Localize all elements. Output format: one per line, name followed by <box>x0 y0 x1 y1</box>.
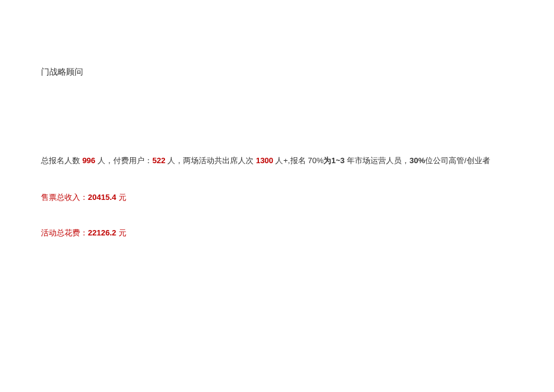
income-label: 售票总收入： <box>41 193 88 202</box>
income-line: 售票总收入：20415.4 元 <box>41 191 513 204</box>
stats-pct1-prefix: 70% <box>308 156 323 165</box>
stats-total-signup-value: 996 <box>82 156 96 165</box>
expense-label: 活动总花费： <box>41 228 88 237</box>
stats-pct2-suffix: 位公司高管/创业者 <box>425 156 490 165</box>
stats-years-value: 1~3 <box>331 156 344 165</box>
stats-attendance-value: 1300 <box>256 156 273 165</box>
stats-prefix-signup: 总报名人数 <box>41 156 82 165</box>
stats-unit-people2: 人 <box>166 156 176 165</box>
stats-paid-users-value: 522 <box>152 156 166 165</box>
document-title-fragment: 门战略顾问 <box>41 65 513 78</box>
stats-attendance-suffix: 人+,报名 <box>273 156 308 165</box>
income-value: 20415.4 <box>88 193 116 202</box>
stats-summary-line: 总报名人数 996 人，付费用户：522 人，两场活动共出席人次 1300 人+… <box>41 155 513 167</box>
expense-line: 活动总花费：22126.2 元 <box>41 227 513 240</box>
stats-pct1-label: 为 <box>323 156 331 165</box>
expense-value: 22126.2 <box>88 228 116 237</box>
expense-unit: 元 <box>116 228 126 237</box>
stats-prefix-attendance: ，两场活动共出席人次 <box>175 156 256 165</box>
income-unit: 元 <box>116 193 126 202</box>
stats-unit-people1: 人 <box>95 156 105 165</box>
title-text: 门战略顾问 <box>41 67 83 76</box>
stats-pct1-suffix: 年市场运营人员， <box>344 156 409 165</box>
stats-prefix-paid: ，付费用户： <box>105 156 152 165</box>
stats-pct2-value: 30% <box>409 156 425 165</box>
